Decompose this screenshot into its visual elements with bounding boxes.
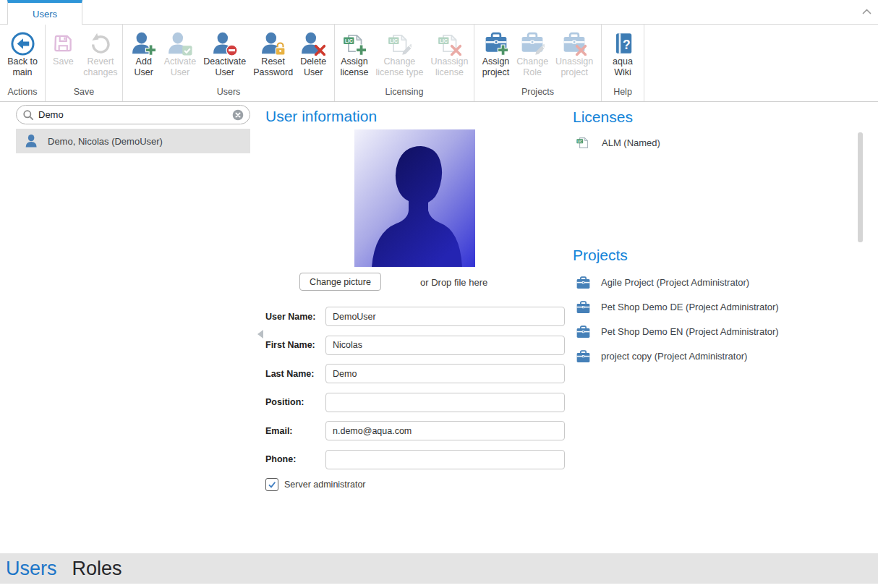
back-to-main-button[interactable]: Back tomain (4, 29, 41, 78)
licenses-scrollbar-thumb[interactable] (858, 132, 863, 242)
project-list-item[interactable]: Pet Shop Demo DE (Project Administrator) (576, 299, 865, 315)
wiki-book-icon: ? (610, 30, 636, 56)
user-activate-icon (167, 30, 193, 56)
save-floppy-icon (50, 30, 76, 56)
username-field[interactable] (325, 307, 565, 326)
license-doc-icon (576, 135, 591, 150)
server-administrator-label: Server administrator (284, 480, 366, 490)
projects-title: Projects (573, 247, 628, 264)
tab-users-label: Users (33, 9, 57, 20)
form-row: Last Name: (265, 364, 565, 383)
projects-list: Agile Project (Project Administrator) Pe… (576, 274, 865, 372)
user-icon (25, 134, 40, 148)
user-search-input[interactable] (38, 109, 228, 120)
ribbon-collapse-button[interactable] (859, 5, 874, 18)
lastname-label: Last Name: (265, 369, 325, 379)
deactivate-user-button[interactable]: DeactivateUser (200, 29, 250, 78)
checkmark-icon (268, 480, 276, 489)
project-item-label: Agile Project (Project Administrator) (601, 277, 749, 288)
ribbon-group-label: Actions (0, 86, 45, 101)
license-list-item[interactable]: ALM (Named) (576, 135, 660, 150)
form-row: First Name: (265, 336, 565, 355)
license-change-icon (386, 30, 412, 56)
project-item-label: project copy (Project Administrator) (601, 351, 747, 362)
license-assign-icon (341, 30, 367, 56)
delete-user-button[interactable]: DeleteUser (297, 29, 330, 78)
briefcase-icon (576, 300, 591, 315)
unassign-license-button: Unassignlicense (427, 29, 472, 78)
user-add-icon (131, 30, 157, 56)
footer-tab-roles[interactable]: Roles (72, 558, 122, 580)
license-unassign-icon (436, 30, 462, 56)
assign-project-button[interactable]: Assignproject (479, 29, 513, 78)
server-administrator-row: Server administrator (265, 478, 366, 491)
phone-label: Phone: (265, 454, 325, 464)
firstname-field[interactable] (325, 336, 565, 355)
project-item-label: Pet Shop Demo DE (Project Administrator) (601, 302, 779, 312)
server-administrator-checkbox[interactable] (265, 478, 278, 491)
add-user-button[interactable]: AddUser (127, 29, 161, 78)
username-label: User Name: (265, 312, 325, 322)
app-window: Users Back tomain (0, 0, 878, 588)
user-deactivate-icon (212, 30, 238, 56)
briefcase-icon (576, 276, 591, 290)
back-arrow-icon (9, 30, 35, 56)
module-switcher: Users Roles (0, 553, 878, 584)
change-picture-button[interactable]: Change picture (299, 273, 381, 291)
user-delete-icon (300, 30, 326, 56)
project-assign-icon (483, 30, 509, 56)
reset-password-button[interactable]: ResetPassword (250, 29, 297, 78)
revert-changes-button: Revertchanges (80, 29, 121, 78)
ribbon-group-save: Save Revertchanges Save (46, 25, 123, 101)
panel-collapse-handle[interactable] (257, 330, 263, 338)
user-list-item-selected[interactable]: Demo, Nicolas (DemoUser) (16, 129, 250, 153)
ribbon-group-help: ? aquaWiki Help (602, 25, 644, 101)
user-reset-password-icon (260, 30, 286, 56)
clear-circle-icon[interactable] (232, 109, 244, 121)
position-field[interactable] (325, 393, 565, 412)
form-row: Position: (265, 393, 565, 412)
change-role-button: ChangeRole (513, 29, 552, 78)
drop-file-hint: or Drop file here (420, 277, 487, 288)
ribbon-group-users: AddUser ActivateUser Deact (123, 25, 335, 101)
briefcase-icon (576, 349, 591, 364)
change-license-type-button: Changelicense type (372, 29, 427, 78)
ribbon: Back tomain Actions (0, 24, 878, 102)
ribbon-group-projects: Assignproject ChangeRole U (474, 25, 602, 101)
ribbon-group-label: Projects (474, 86, 601, 101)
activate-user-button: ActivateUser (161, 29, 200, 78)
tab-users[interactable]: Users (7, 0, 82, 25)
firstname-label: First Name: (265, 340, 325, 350)
ribbon-group-actions: Back tomain Actions (0, 25, 46, 101)
project-change-role-icon (519, 30, 545, 56)
revert-undo-icon (88, 30, 114, 56)
user-information-title: User information (265, 108, 377, 125)
ribbon-tab-strip: Users (0, 0, 878, 24)
ribbon-group-licensing: Assignlicense Changelicense type (335, 25, 474, 101)
email-label: Email: (265, 426, 325, 436)
license-item-label: ALM (Named) (602, 137, 660, 148)
ribbon-filler (644, 25, 878, 101)
project-item-label: Pet Shop Demo EN (Project Administrator) (601, 326, 779, 337)
briefcase-icon (576, 325, 591, 339)
footer-tab-users[interactable]: Users (6, 558, 57, 580)
licenses-title: Licenses (573, 108, 633, 126)
ribbon-group-label: Save (46, 86, 122, 101)
project-list-item[interactable]: project copy (Project Administrator) (576, 348, 865, 365)
ribbon-group-label: Users (123, 86, 334, 101)
project-list-item[interactable]: Agile Project (Project Administrator) (576, 274, 865, 291)
user-form: User Name: First Name: Last Name: Positi… (265, 307, 565, 478)
lastname-field[interactable] (325, 364, 565, 383)
ribbon-group-label: Help (602, 86, 644, 101)
project-unassign-icon (561, 30, 587, 56)
project-list-item[interactable]: Pet Shop Demo EN (Project Administrator) (576, 323, 865, 340)
phone-field[interactable] (325, 450, 565, 469)
ribbon-group-label: Licensing (335, 86, 474, 101)
magnifier-icon (22, 109, 34, 121)
aqua-wiki-button[interactable]: ? aquaWiki (606, 29, 639, 78)
form-row: User Name: (265, 307, 565, 326)
email-field[interactable] (325, 421, 565, 440)
assign-license-button[interactable]: Assignlicense (336, 29, 372, 78)
form-row: Email: (265, 421, 565, 440)
form-row: Phone: (265, 450, 565, 469)
